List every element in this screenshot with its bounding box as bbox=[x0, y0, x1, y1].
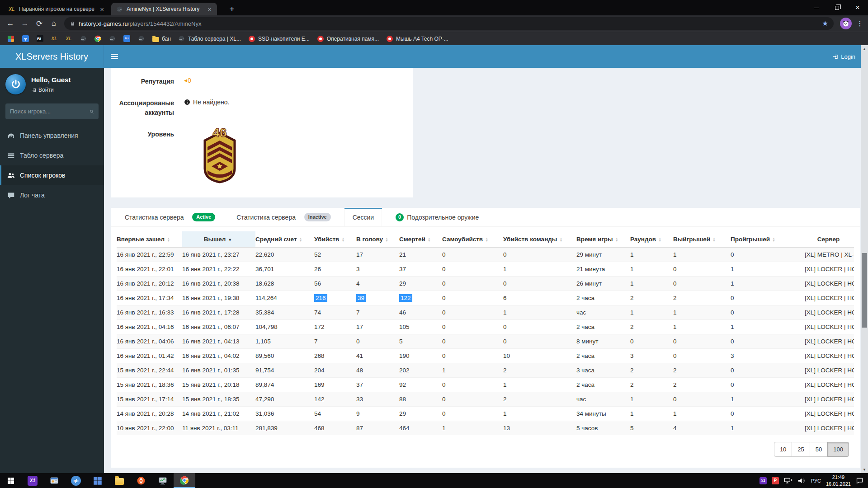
bookmark-item[interactable] bbox=[77, 34, 90, 43]
lock-icon bbox=[70, 21, 75, 27]
bookmark-item[interactable]: RU bbox=[120, 34, 133, 43]
bookmark-star-icon[interactable]: ★ bbox=[822, 19, 828, 28]
tab-sessions[interactable]: Сессии bbox=[344, 208, 382, 226]
page-size-50[interactable]: 50 bbox=[810, 442, 828, 457]
scroll-down-icon[interactable]: ▼ bbox=[861, 466, 868, 473]
taskbar-app-taskmgr[interactable] bbox=[152, 473, 174, 488]
search-icon[interactable] bbox=[90, 108, 94, 115]
bookmark-item[interactable]: XL bbox=[62, 34, 75, 43]
tab-close-icon[interactable]: × bbox=[99, 6, 105, 13]
bookmark-item[interactable]: Оперативная памя... bbox=[314, 34, 382, 43]
new-tab-button[interactable]: + bbox=[226, 3, 238, 15]
bookmark-item[interactable] bbox=[106, 34, 118, 43]
bookmark-item[interactable]: SSD-накопители E... bbox=[245, 34, 312, 43]
column-header-Самоубийств[interactable]: Самоубийств▲▼ bbox=[442, 231, 503, 248]
taskbar-app-x1[interactable]: X1 bbox=[22, 473, 43, 488]
tab-close-icon[interactable]: × bbox=[207, 6, 212, 13]
taskmgr-icon bbox=[158, 476, 167, 485]
tab-server-stats-2[interactable]: Статистика сервера –Inactive bbox=[229, 208, 338, 226]
xl-favicon-icon: XL bbox=[8, 5, 15, 13]
cell: 52 bbox=[314, 248, 356, 262]
network-icon[interactable] bbox=[784, 478, 793, 484]
scrollbar-thumb[interactable] bbox=[862, 253, 867, 328]
tab-suspicious-weapons[interactable]: 0Подозрительное оружие bbox=[388, 208, 486, 226]
browser-menu-button[interactable]: ⋮ bbox=[855, 19, 864, 28]
taskbar-app-origin[interactable] bbox=[130, 473, 152, 488]
tab-server-stats-1[interactable]: Статистика сервера –Active bbox=[117, 208, 223, 226]
cell: 35,384 bbox=[255, 305, 314, 320]
start-button[interactable] bbox=[0, 473, 22, 488]
action-center-icon[interactable] bbox=[856, 477, 863, 484]
page-size-100[interactable]: 100 bbox=[827, 442, 849, 457]
taskbar-app-folder[interactable] bbox=[108, 473, 130, 488]
browser-profile-avatar[interactable] bbox=[840, 18, 852, 29]
column-header-Пройгрышей[interactable]: Пройгрышей▲▼ bbox=[731, 231, 805, 248]
taskbar-app-chrome[interactable] bbox=[174, 473, 195, 488]
column-header-Убийств[interactable]: Убийств▲▼ bbox=[314, 231, 356, 248]
bookmark-item[interactable]: бан bbox=[149, 34, 174, 43]
cell: 2 bbox=[503, 392, 576, 407]
site-brand[interactable]: XLServers History bbox=[0, 45, 104, 68]
page-size-10[interactable]: 10 bbox=[774, 442, 792, 457]
x1-tray-icon[interactable]: X1 bbox=[760, 477, 767, 484]
bookmark-item[interactable] bbox=[91, 34, 104, 43]
cell: 46 bbox=[399, 305, 442, 320]
column-header-Выйгрышей[interactable]: Выйгрышей▲▼ bbox=[673, 231, 731, 248]
bookmark-item[interactable] bbox=[5, 34, 17, 43]
punto-switcher-icon[interactable]: P bbox=[772, 477, 779, 484]
taskbar-app-qb[interactable]: qb bbox=[65, 473, 87, 488]
taskbar-app-sysprop[interactable] bbox=[43, 473, 65, 488]
window-minimize-button[interactable] bbox=[806, 0, 826, 15]
window-restore-button[interactable] bbox=[826, 0, 847, 15]
cell: 104,798 bbox=[255, 320, 314, 334]
sidebar-item-players[interactable]: Список игроков bbox=[0, 165, 104, 185]
page-size-25[interactable]: 25 bbox=[792, 442, 810, 457]
cell: час bbox=[576, 392, 630, 407]
column-header-Вышел[interactable]: Вышел▼ bbox=[182, 231, 255, 248]
column-header-Средний счет[interactable]: Средний счет▲▼ bbox=[255, 231, 314, 248]
column-header-Время игры[interactable]: Время игры▲▼ bbox=[576, 231, 630, 248]
arrow-left-icon: ◀ bbox=[184, 78, 187, 83]
sidebar-toggle-button[interactable] bbox=[104, 45, 125, 68]
taskbar-app-winblue[interactable] bbox=[87, 473, 108, 488]
column-header-Убийств команды[interactable]: Убийств команды▲▼ bbox=[503, 231, 576, 248]
bookmark-item[interactable]: Табло сервера | XL... bbox=[175, 34, 244, 43]
browser-tab-inactive[interactable]: XL Паранойя игроков на сервере × bbox=[4, 3, 109, 15]
cell: 10 bbox=[503, 349, 576, 363]
window-close-button[interactable]: × bbox=[847, 0, 868, 15]
bookmark-item[interactable]: BL bbox=[33, 34, 46, 43]
language-indicator[interactable]: РУС bbox=[811, 478, 821, 483]
sidebar-item-table[interactable]: Табло сервера bbox=[0, 145, 104, 165]
folder-icon bbox=[152, 35, 159, 42]
grid-icon bbox=[8, 36, 14, 42]
bookmark-item[interactable]: XL bbox=[48, 34, 61, 43]
reload-button[interactable]: ⟳ bbox=[33, 17, 46, 30]
forward-button[interactable]: → bbox=[18, 17, 32, 30]
browser-tab-active[interactable]: AmineNyx | XLServers History × bbox=[111, 3, 217, 15]
volume-icon[interactable] bbox=[797, 478, 806, 484]
home-button[interactable]: ⌂ bbox=[47, 17, 61, 30]
back-button[interactable]: ← bbox=[4, 17, 17, 30]
sidebar-login-link[interactable]: Войти bbox=[31, 87, 71, 93]
bookmark-item[interactable]: Мышь A4 Tech OP-... bbox=[383, 34, 451, 43]
sidebar-item-gauge[interactable]: Панель управления bbox=[0, 126, 104, 145]
cell: 0 bbox=[442, 334, 503, 349]
sidebar-item-chat[interactable]: Лог чата bbox=[0, 185, 104, 205]
taskbar-clock[interactable]: 21:49 16.01.2021 bbox=[826, 474, 851, 488]
column-header-Смертей[interactable]: Смертей▲▼ bbox=[399, 231, 442, 248]
cell: 7 bbox=[356, 305, 399, 320]
login-label: Login bbox=[841, 53, 855, 60]
address-bar[interactable]: history.xl-games.ru/players/1544432/Amin… bbox=[64, 17, 834, 30]
column-header-В голову[interactable]: В голову▲▼ bbox=[356, 231, 399, 248]
player-search-box bbox=[5, 103, 99, 119]
windows-taskbar: X1qb X1 P РУС 21:49 16.01.2021 bbox=[0, 473, 868, 488]
scroll-up-icon[interactable]: ▲ bbox=[861, 45, 868, 52]
bookmark-item[interactable] bbox=[19, 34, 32, 43]
column-header-Впервые зашел[interactable]: Впервые зашел▲▼ bbox=[117, 231, 182, 248]
bookmark-item[interactable] bbox=[135, 34, 147, 43]
page-scrollbar[interactable]: ▲ ▼ bbox=[861, 45, 868, 473]
column-header-Раундов[interactable]: Раундов▲▼ bbox=[630, 231, 673, 248]
player-search-input[interactable] bbox=[10, 108, 90, 115]
cell: 1 bbox=[731, 277, 805, 291]
header-login-button[interactable]: Login bbox=[832, 45, 855, 68]
